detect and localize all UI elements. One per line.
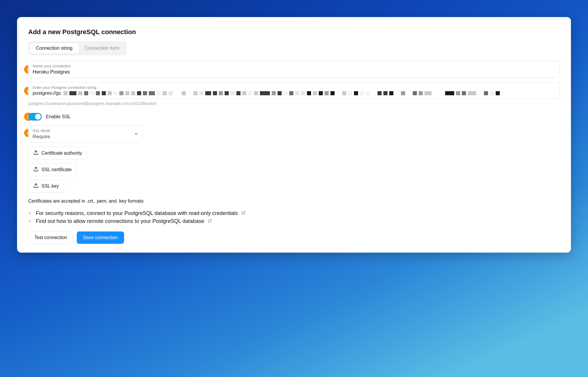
connection-name-label: Name your connection bbox=[33, 64, 555, 68]
enable-ssl-toggle[interactable] bbox=[28, 113, 42, 121]
certificate-format-note: Certificates are accepted in .crt, .pem,… bbox=[28, 198, 560, 204]
connection-string-label: Enter your Postgres connection string bbox=[33, 85, 555, 90]
upload-cert-label: SSL certificate bbox=[41, 167, 72, 172]
help-link-readonly[interactable]: For security reasons, connect to your Po… bbox=[28, 210, 560, 216]
upload-cert-button[interactable]: SSL certificate bbox=[28, 163, 77, 176]
save-connection-button[interactable]: Save connection bbox=[77, 231, 124, 244]
svg-line-3 bbox=[243, 211, 245, 213]
svg-line-4 bbox=[210, 219, 211, 221]
ssl-mode-label: SSL Mode bbox=[33, 129, 50, 133]
connection-string-field[interactable]: Enter your Postgres connection string po… bbox=[28, 82, 560, 99]
upload-ca-button[interactable]: Certificate authority bbox=[28, 147, 87, 160]
upload-icon bbox=[33, 150, 39, 156]
connection-string-helper: postgres://username:password@postgres.ex… bbox=[28, 101, 560, 106]
external-link-icon bbox=[208, 218, 212, 224]
help-link-remote[interactable]: Find out how to allow remote connections… bbox=[28, 218, 560, 224]
external-link-icon bbox=[241, 210, 245, 216]
connection-string-redacted bbox=[64, 91, 555, 95]
chevron-right-icon bbox=[28, 210, 32, 216]
chevron-right-icon bbox=[28, 218, 32, 224]
upload-ca-label: Certificate authority bbox=[41, 151, 82, 156]
dialog-title: Add a new PostgreSQL connection bbox=[28, 28, 560, 36]
help-link-readonly-text: For security reasons, connect to your Po… bbox=[36, 210, 238, 216]
connection-name-input[interactable] bbox=[33, 69, 555, 75]
enable-ssl-label: Enable SSL bbox=[46, 114, 71, 119]
help-link-remote-text: Find out how to allow remote connections… bbox=[36, 218, 204, 224]
tab-connection-string[interactable]: Connection string bbox=[30, 43, 79, 54]
upload-icon bbox=[33, 183, 39, 189]
toggle-knob bbox=[35, 114, 41, 120]
connection-dialog: Add a new PostgreSQL connection Connecti… bbox=[17, 17, 571, 253]
upload-key-button[interactable]: SSL key bbox=[28, 180, 64, 193]
connection-string-input[interactable]: postgres://gc bbox=[33, 90, 555, 96]
upload-icon bbox=[33, 166, 39, 173]
connection-string-value-prefix: postgres://gc bbox=[33, 90, 61, 96]
upload-key-label: SSL key bbox=[41, 184, 59, 189]
ssl-mode-select[interactable]: SSL Mode Require bbox=[28, 125, 143, 143]
test-connection-button[interactable]: Test connection bbox=[28, 231, 73, 244]
chevron-down-icon bbox=[134, 131, 138, 137]
ssl-mode-value: Require bbox=[33, 134, 50, 140]
tab-group: Connection string Connection form bbox=[28, 41, 127, 55]
connection-name-field[interactable]: Name your connection bbox=[28, 61, 560, 78]
tab-connection-form[interactable]: Connection form bbox=[79, 43, 126, 54]
